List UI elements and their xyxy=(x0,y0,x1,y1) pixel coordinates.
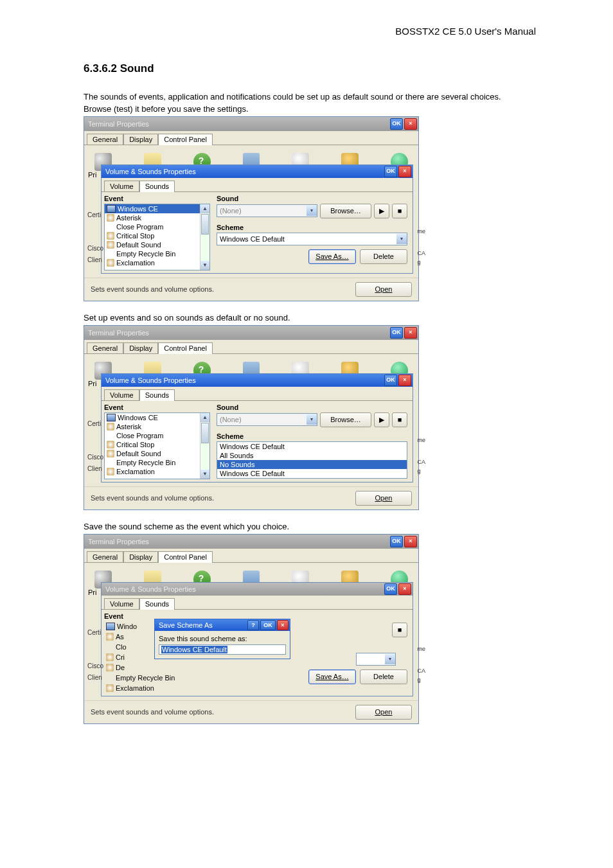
ok-button[interactable]: OK xyxy=(384,583,397,595)
tab-volume[interactable]: Volume xyxy=(104,181,139,191)
sound-select[interactable]: (None) ▾ xyxy=(217,413,317,426)
browse-button[interactable]: Browse… xyxy=(320,204,371,218)
play-button[interactable]: ▶ xyxy=(374,204,389,218)
section-title: 6.3.6.2 Sound xyxy=(84,62,536,75)
chevron-down-icon[interactable]: ▾ xyxy=(396,234,407,244)
open-button[interactable]: Open xyxy=(355,705,412,720)
tab-general[interactable]: General xyxy=(87,551,123,562)
side-cert-label: Certi xyxy=(87,420,103,432)
event-item: Clo xyxy=(116,642,127,651)
chevron-down-icon[interactable]: ▾ xyxy=(306,414,317,425)
delete-button[interactable]: Delete xyxy=(360,249,407,264)
stop-button[interactable]: ■ xyxy=(392,412,407,427)
event-item[interactable]: Exclamation xyxy=(116,259,155,267)
event-item[interactable]: Empty Recycle Bin xyxy=(116,459,175,466)
ok-button[interactable]: OK xyxy=(390,536,403,547)
side-cisco-label: Cisco xyxy=(87,245,103,256)
side-client-label: Clien xyxy=(87,465,103,477)
scheme-option[interactable]: All Sounds xyxy=(217,451,407,460)
close-button[interactable]: × xyxy=(404,118,417,130)
scheme-select-open[interactable]: Windows CE Default All Sounds No Sounds … xyxy=(217,441,407,479)
tab-sounds[interactable]: Sounds xyxy=(139,598,175,609)
tab-controlpanel[interactable]: Control Panel xyxy=(158,551,213,562)
event-label: Event xyxy=(104,195,210,202)
caption-3: Save the sound scheme as the event which… xyxy=(84,522,536,533)
stop-button[interactable]: ■ xyxy=(392,623,407,637)
event-item[interactable]: Close Program xyxy=(116,223,163,231)
tab-volume[interactable]: Volume xyxy=(104,598,139,609)
event-item[interactable]: Windows CE xyxy=(118,414,158,421)
event-item[interactable]: Exclamation xyxy=(116,468,155,475)
close-button[interactable]: × xyxy=(398,375,411,386)
event-listbox[interactable]: Windows CE Asterisk Close Program Critic… xyxy=(104,412,210,479)
side-cert-label: Certi xyxy=(87,629,103,641)
open-button[interactable]: Open xyxy=(355,282,412,297)
sound-value: (None) xyxy=(217,207,306,215)
event-item: Cri xyxy=(116,653,125,662)
open-button[interactable]: Open xyxy=(355,491,412,506)
tab-display[interactable]: Display xyxy=(123,342,158,353)
ok-button[interactable]: OK xyxy=(390,118,403,130)
tab-volume[interactable]: Volume xyxy=(104,389,139,400)
play-button[interactable]: ▶ xyxy=(374,412,389,427)
close-button[interactable]: × xyxy=(404,327,417,339)
terminal-properties-window: Terminal Properties OK × General Display… xyxy=(84,116,419,301)
event-item: Exclamation xyxy=(116,684,154,693)
sound-value: (None) xyxy=(217,416,306,423)
sound-label: Sound xyxy=(217,403,407,411)
ok-button[interactable]: OK xyxy=(384,166,397,177)
event-item[interactable]: Close Program xyxy=(116,432,163,439)
browse-button[interactable]: Browse… xyxy=(320,412,371,427)
tab-general[interactable]: General xyxy=(87,134,123,145)
event-item[interactable]: Asterisk xyxy=(116,214,141,222)
status-text: Sets event sounds and volume options. xyxy=(91,494,355,502)
event-item[interactable]: Critical Stop xyxy=(116,441,154,448)
scheme-label: Scheme xyxy=(217,432,407,440)
delete-button[interactable]: Delete xyxy=(360,669,407,684)
event-item: De xyxy=(116,663,125,672)
scheme-option[interactable]: Windows CE Default xyxy=(217,469,407,478)
tab-display[interactable]: Display xyxy=(123,551,158,562)
scheme-label: Scheme xyxy=(217,224,407,231)
tab-controlpanel[interactable]: Control Panel xyxy=(158,134,213,145)
scheme-select[interactable]: Windows CE Default ▾ xyxy=(217,233,407,245)
pri-label: Pri xyxy=(88,589,96,596)
event-item[interactable]: Asterisk xyxy=(116,423,141,430)
event-item[interactable]: Default Sound xyxy=(116,241,161,249)
pri-label: Pri xyxy=(88,171,96,179)
scheme-option[interactable]: No Sounds xyxy=(217,460,407,469)
intro-paragraph-2: Browse (test) it before you save the set… xyxy=(84,104,536,115)
side-cisco-label: Cisco xyxy=(87,662,103,674)
event-item: As xyxy=(116,632,124,641)
ok-button[interactable]: OK xyxy=(390,327,403,339)
save-as-button[interactable]: Save As… xyxy=(308,249,356,264)
chevron-down-icon[interactable]: ▾ xyxy=(385,654,395,664)
scheme-value: Windows CE Default xyxy=(217,235,396,243)
event-listbox[interactable]: Windows CE Asterisk Close Program Critic… xyxy=(104,204,210,270)
close-button[interactable]: × xyxy=(398,166,411,177)
scheme-select[interactable]: ▾ xyxy=(356,653,396,666)
event-item[interactable]: Default Sound xyxy=(116,450,161,457)
event-item[interactable]: Empty Recycle Bin xyxy=(116,250,175,258)
sound-select[interactable]: (None) ▾ xyxy=(217,204,317,217)
tab-controlpanel[interactable]: Control Panel xyxy=(158,342,213,353)
ok-button[interactable]: OK xyxy=(384,375,397,386)
tab-sounds[interactable]: Sounds xyxy=(139,181,175,191)
stop-button[interactable]: ■ xyxy=(392,204,407,218)
event-item[interactable]: Windows CE xyxy=(118,205,158,213)
tab-display[interactable]: Display xyxy=(123,134,158,145)
tab-sounds[interactable]: Sounds xyxy=(139,389,175,400)
save-as-button[interactable]: Save As… xyxy=(308,669,356,684)
event-item[interactable]: Critical Stop xyxy=(116,232,154,240)
close-button[interactable]: × xyxy=(404,536,417,547)
window-title: Terminal Properties xyxy=(88,538,389,545)
tab-general[interactable]: General xyxy=(87,342,123,353)
chevron-down-icon[interactable]: ▾ xyxy=(306,206,317,216)
terminal-properties-window: Terminal Properties OK × General Display… xyxy=(84,325,419,510)
scheme-option[interactable]: Windows CE Default xyxy=(217,442,407,451)
close-button[interactable]: × xyxy=(398,583,411,595)
scheme-name-input[interactable]: Windows CE Default xyxy=(161,646,227,653)
terminal-properties-window: Terminal Properties OK × General Display… xyxy=(84,534,419,724)
vs-title: Volume & Sounds Properties xyxy=(105,168,383,175)
pri-label: Pri xyxy=(88,380,96,387)
